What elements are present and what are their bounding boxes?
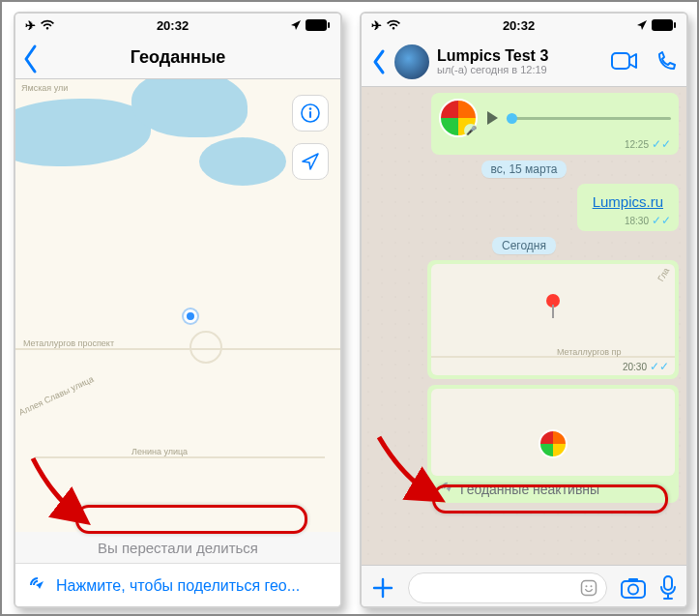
chat-header: Lumpics Test 3 ыл(-а) сегодня в 12:19 xyxy=(362,37,686,87)
message-time: 12:25 xyxy=(625,139,649,150)
chat-input-bar xyxy=(362,565,686,608)
svg-rect-9 xyxy=(552,305,554,318)
stopped-sharing-label: Вы перестали делиться xyxy=(15,532,340,563)
live-location-status: Геоданные неактивны xyxy=(460,482,599,497)
location-arrow-icon xyxy=(636,19,648,31)
svg-point-14 xyxy=(628,584,638,594)
message-time: 18:30 xyxy=(625,216,649,226)
share-location-row[interactable]: Нажмите, чтобы поделиться гео... xyxy=(15,563,340,607)
svg-rect-1 xyxy=(328,22,330,28)
status-bar: ✈︎ 20:32 xyxy=(362,14,686,37)
svg-rect-4 xyxy=(309,111,311,118)
svg-rect-5 xyxy=(652,19,673,31)
battery-icon xyxy=(306,19,331,31)
svg-rect-15 xyxy=(628,578,638,582)
phone-left: ✈︎ 20:32 Геоданные Ямская ули Металлурго… xyxy=(14,12,342,608)
live-location-icon xyxy=(27,576,46,596)
svg-point-11 xyxy=(586,585,588,587)
mic-icon: 🎤 xyxy=(464,124,478,137)
message-input[interactable] xyxy=(408,572,607,603)
avatar[interactable] xyxy=(394,44,429,79)
voice-progress[interactable] xyxy=(507,117,671,120)
clock: 20:32 xyxy=(157,18,189,33)
svg-point-12 xyxy=(591,585,593,587)
back-button[interactable] xyxy=(21,43,41,79)
location-message[interactable]: Металлургов пр Гла 20:30✓✓ xyxy=(427,260,679,379)
camera-button[interactable] xyxy=(621,577,646,599)
chat-body[interactable]: 🎤 12:25✓✓ вс, 15 марта Lumpics.ru 18:30✓… xyxy=(362,87,686,565)
map-pin-icon xyxy=(543,293,563,322)
chat-title-block[interactable]: Lumpics Test 3 ыл(-а) сегодня в 12:19 xyxy=(437,47,603,76)
wifi-icon xyxy=(386,19,401,31)
map-road xyxy=(35,456,325,458)
location-arrow-icon xyxy=(290,19,302,31)
map-roundabout xyxy=(189,331,222,364)
read-tick-icon: ✓✓ xyxy=(650,360,669,373)
location-map-thumb xyxy=(431,389,675,476)
contact-name: Lumpics Test 3 xyxy=(437,47,603,65)
road-label: Металлургов пр xyxy=(557,347,622,357)
road-label: Ленина улица xyxy=(131,447,188,456)
road-label: Металлургов проспект xyxy=(23,338,114,348)
user-location-dot xyxy=(184,309,197,323)
wifi-icon xyxy=(40,19,55,31)
map-lake xyxy=(199,137,286,186)
sticker-icon[interactable] xyxy=(579,578,598,598)
message-time: 20:30 xyxy=(623,362,647,372)
page-title: Геоданные xyxy=(131,47,226,68)
map-view[interactable]: Ямская ули Металлургов проспект Ленина у… xyxy=(15,79,340,532)
location-map-thumb: Металлургов пр Гла 20:30✓✓ xyxy=(431,264,675,375)
road-label: Ямская ули xyxy=(21,83,68,93)
back-button[interactable] xyxy=(371,48,387,75)
recenter-button[interactable] xyxy=(292,143,329,180)
read-tick-icon: ✓✓ xyxy=(652,137,671,151)
link-message[interactable]: Lumpics.ru 18:30✓✓ xyxy=(577,184,679,231)
voice-message[interactable]: 🎤 12:25✓✓ xyxy=(431,93,679,155)
map-info-button[interactable] xyxy=(292,95,329,132)
live-avatar xyxy=(539,429,568,458)
voice-call-button[interactable] xyxy=(655,51,677,73)
nav-bar: Геоданные xyxy=(15,37,340,79)
sender-avatar: 🎤 xyxy=(439,99,478,137)
status-bar: ✈︎ 20:32 xyxy=(15,14,340,37)
battery-icon xyxy=(652,19,677,31)
date-separator: вс, 15 марта xyxy=(481,161,568,178)
road-label: Аллея Славы улица xyxy=(17,374,95,418)
airplane-icon: ✈︎ xyxy=(371,18,382,33)
play-icon[interactable] xyxy=(485,110,499,126)
svg-rect-6 xyxy=(674,22,676,28)
phone-right: ✈︎ 20:32 Lumpics Test 3 ыл(-а) сегодня в… xyxy=(360,12,688,608)
link-text[interactable]: Lumpics.ru xyxy=(585,190,671,214)
mic-button[interactable] xyxy=(659,575,677,601)
date-separator: Сегодня xyxy=(492,237,556,254)
attach-button[interactable] xyxy=(371,576,394,600)
read-tick-icon: ✓✓ xyxy=(652,214,671,227)
map-road xyxy=(15,348,340,350)
svg-rect-0 xyxy=(306,19,327,31)
airplane-icon: ✈︎ xyxy=(25,18,36,33)
clock: 20:32 xyxy=(503,18,535,33)
live-location-message[interactable]: Геоданные неактивны xyxy=(427,385,679,503)
svg-rect-7 xyxy=(612,53,629,69)
road-label: Гла xyxy=(656,266,672,283)
svg-rect-10 xyxy=(582,580,597,595)
svg-point-3 xyxy=(309,107,312,110)
video-call-button[interactable] xyxy=(611,51,638,71)
live-location-icon xyxy=(439,482,454,497)
svg-rect-16 xyxy=(664,576,672,590)
map-lake xyxy=(15,99,151,166)
share-location-label: Нажмите, чтобы поделиться гео... xyxy=(56,577,300,595)
presence-label: ыл(-а) сегодня в 12:19 xyxy=(437,64,603,75)
